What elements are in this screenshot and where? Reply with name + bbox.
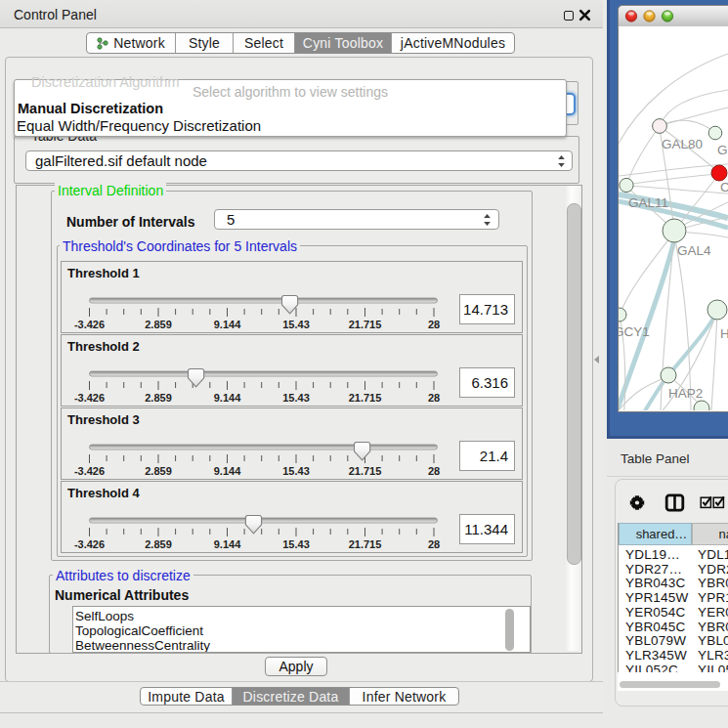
svg-text:GAL80: GAL80 bbox=[662, 137, 703, 151]
svg-text:H: H bbox=[720, 326, 728, 341]
svg-text:15.43: 15.43 bbox=[282, 319, 310, 330]
svg-text:9.144: 9.144 bbox=[214, 319, 241, 330]
svg-text:2.859: 2.859 bbox=[145, 319, 172, 330]
svg-text:21.715: 21.715 bbox=[349, 319, 382, 330]
svg-text:C: C bbox=[720, 180, 728, 194]
svg-text:GAL11: GAL11 bbox=[628, 195, 668, 210]
svg-text:-3.426: -3.426 bbox=[74, 319, 105, 330]
svg-text:28: 28 bbox=[428, 319, 440, 330]
svg-text:G.: G. bbox=[717, 143, 728, 157]
svg-text:GCY1: GCY1 bbox=[619, 324, 650, 339]
svg-text:GAL4: GAL4 bbox=[677, 243, 711, 258]
svg-text:HAP2: HAP2 bbox=[668, 386, 703, 401]
